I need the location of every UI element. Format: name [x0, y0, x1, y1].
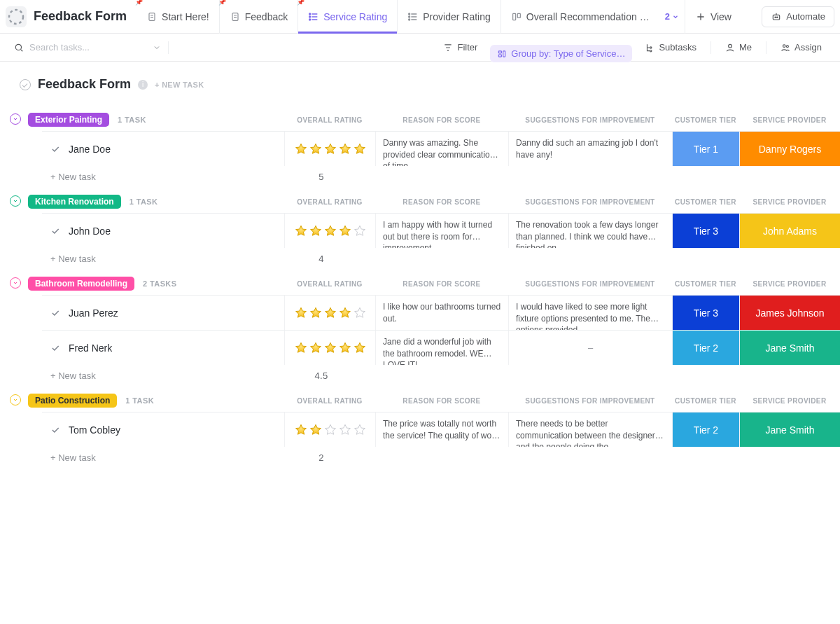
col-service-provider[interactable]: SERVICE PROVIDER: [739, 198, 840, 206]
col-customer-tier[interactable]: CUSTOMER TIER: [672, 280, 739, 288]
subtasks-button[interactable]: Subtasks: [638, 39, 703, 56]
add-task-button[interactable]: + New task: [50, 172, 96, 182]
cell-suggestions[interactable]: Danny did such an amazing job I don't ha…: [508, 132, 672, 166]
task-name-cell[interactable]: Fred Nerk: [42, 331, 284, 365]
cell-overall-rating[interactable]: [284, 132, 375, 166]
people-icon: [780, 43, 790, 53]
cell-suggestions[interactable]: There needs to be better communication b…: [508, 412, 672, 447]
col-reason[interactable]: REASON FOR SCORE: [375, 198, 508, 206]
task-row[interactable]: John Doe I am happy with how it turned o…: [42, 213, 840, 248]
star-icon: [353, 306, 367, 320]
col-customer-tier[interactable]: CUSTOMER TIER: [672, 198, 739, 206]
cell-customer-tier[interactable]: Tier 2: [672, 412, 739, 447]
group-collapse-toggle[interactable]: [10, 394, 21, 405]
add-task-button[interactable]: + New task: [50, 452, 96, 463]
group-collapse-toggle[interactable]: [10, 113, 21, 125]
cell-suggestions[interactable]: The renovation took a few days longer th…: [508, 214, 672, 248]
automate-button[interactable]: Automate: [762, 6, 834, 27]
star-rating: [294, 224, 367, 238]
tab-overall-recommendation[interactable]: Overall Recommendation …: [500, 0, 659, 34]
group-header: Patio Construction 1 TASK OVERALL RATING…: [0, 394, 840, 412]
task-row[interactable]: Fred Nerk Jane did a wonderful job with …: [42, 330, 840, 365]
cell-reason[interactable]: I like how our bathrooms turned out.: [375, 296, 508, 330]
cell-overall-rating[interactable]: [284, 331, 375, 365]
cell-customer-tier[interactable]: Tier 3: [672, 214, 739, 248]
col-reason[interactable]: REASON FOR SCORE: [375, 116, 508, 124]
cell-reason[interactable]: Jane did a wonderful job with the bathro…: [375, 331, 508, 365]
add-view-button[interactable]: View: [685, 0, 741, 34]
svg-rect-1: [149, 13, 155, 20]
col-service-provider[interactable]: SERVICE PROVIDER: [739, 116, 840, 124]
star-icon: [309, 423, 323, 437]
col-reason[interactable]: REASON FOR SCORE: [375, 397, 508, 405]
col-overall-rating[interactable]: OVERALL RATING: [284, 397, 375, 405]
group-pill[interactable]: Exterior Painting: [28, 113, 109, 127]
cell-service-provider[interactable]: Jane Smith: [739, 331, 840, 365]
cell-service-provider[interactable]: James Johnson: [739, 296, 840, 330]
tab-start-here[interactable]: 📌 Start Here!: [136, 0, 219, 34]
task-row[interactable]: Juan Perez I like how our bathrooms turn…: [42, 295, 840, 330]
cell-reason[interactable]: Danny was amazing. She provided clear co…: [375, 132, 508, 166]
add-task-button[interactable]: + New task: [50, 370, 96, 381]
task-name-cell[interactable]: John Doe: [42, 214, 284, 248]
group-pill[interactable]: Kitchen Renovation: [28, 195, 121, 209]
doc-icon: [146, 11, 158, 22]
groups-container: Exterior Painting 1 TASK OVERALL RATING …: [0, 97, 840, 491]
cell-service-provider[interactable]: John Adams: [739, 214, 840, 248]
add-task-button[interactable]: + New task: [50, 254, 96, 264]
col-suggestions[interactable]: SUGGESTIONS FOR IMPROVEMENT: [508, 397, 672, 405]
cell-service-provider[interactable]: Jane Smith: [739, 412, 840, 447]
col-service-provider[interactable]: SERVICE PROVIDER: [739, 280, 840, 288]
svg-point-6: [409, 13, 410, 15]
task-row[interactable]: Tom Cobley The price was totally not wor…: [42, 412, 840, 447]
group-collapse-toggle[interactable]: [10, 195, 21, 207]
info-icon[interactable]: i: [138, 80, 148, 90]
svg-point-7: [409, 16, 410, 18]
col-customer-tier[interactable]: CUSTOMER TIER: [672, 116, 739, 124]
col-customer-tier[interactable]: CUSTOMER TIER: [672, 397, 739, 405]
group-collapse-toggle[interactable]: [10, 277, 21, 289]
col-suggestions[interactable]: SUGGESTIONS FOR IMPROVEMENT: [508, 198, 672, 206]
more-views-count[interactable]: 2: [659, 0, 685, 34]
search-wrap: [14, 42, 161, 53]
search-input[interactable]: [29, 42, 147, 53]
tab-feedback[interactable]: 📌 Feedback: [219, 0, 298, 34]
tab-provider-rating[interactable]: Provider Rating: [397, 0, 500, 34]
col-suggestions[interactable]: SUGGESTIONS FOR IMPROVEMENT: [508, 116, 672, 124]
page-heading: Feedback Form i + NEW TASK: [0, 62, 840, 97]
cell-reason[interactable]: I am happy with how it turned out but th…: [375, 214, 508, 248]
column-headers: OVERALL RATING REASON FOR SCORE SUGGESTI…: [284, 280, 840, 288]
col-service-provider[interactable]: SERVICE PROVIDER: [739, 397, 840, 405]
col-suggestions[interactable]: SUGGESTIONS FOR IMPROVEMENT: [508, 280, 672, 288]
col-reason[interactable]: REASON FOR SCORE: [375, 280, 508, 288]
cell-overall-rating[interactable]: [284, 214, 375, 248]
new-task-link[interactable]: + NEW TASK: [155, 81, 204, 89]
task-name-cell[interactable]: Tom Cobley: [42, 412, 284, 447]
task-name-cell[interactable]: Juan Perez: [42, 296, 284, 330]
task-name-cell[interactable]: Jane Doe: [42, 132, 284, 166]
cell-overall-rating[interactable]: [284, 412, 375, 447]
svg-point-4: [309, 16, 311, 18]
task-row[interactable]: Jane Doe Danny was amazing. She provided…: [42, 131, 840, 166]
cell-reason[interactable]: The price was totally not worth the serv…: [375, 412, 508, 447]
group-by-button[interactable]: Group by: Type of Service…: [490, 45, 632, 62]
cell-service-provider[interactable]: Danny Rogers: [739, 132, 840, 166]
col-overall-rating[interactable]: OVERALL RATING: [284, 198, 375, 206]
me-button[interactable]: Me: [718, 39, 759, 56]
star-icon: [294, 142, 308, 156]
cell-customer-tier[interactable]: Tier 3: [672, 296, 739, 330]
divider: [766, 41, 766, 54]
col-overall-rating[interactable]: OVERALL RATING: [284, 280, 375, 288]
cell-customer-tier[interactable]: Tier 2: [672, 331, 739, 365]
group-pill[interactable]: Patio Construction: [28, 394, 117, 408]
assign-button[interactable]: Assign: [774, 39, 829, 56]
cell-suggestions[interactable]: I would have liked to see more light fix…: [508, 296, 672, 330]
cell-suggestions[interactable]: –: [508, 331, 672, 365]
col-overall-rating[interactable]: OVERALL RATING: [284, 116, 375, 124]
cell-customer-tier[interactable]: Tier 1: [672, 132, 739, 166]
chevron-down-icon[interactable]: [153, 43, 161, 52]
cell-overall-rating[interactable]: [284, 296, 375, 330]
filter-button[interactable]: Filter: [436, 39, 484, 56]
group-pill[interactable]: Bathroom Remodelling: [28, 277, 134, 291]
tab-service-rating[interactable]: 📌 Service Rating: [298, 0, 397, 34]
